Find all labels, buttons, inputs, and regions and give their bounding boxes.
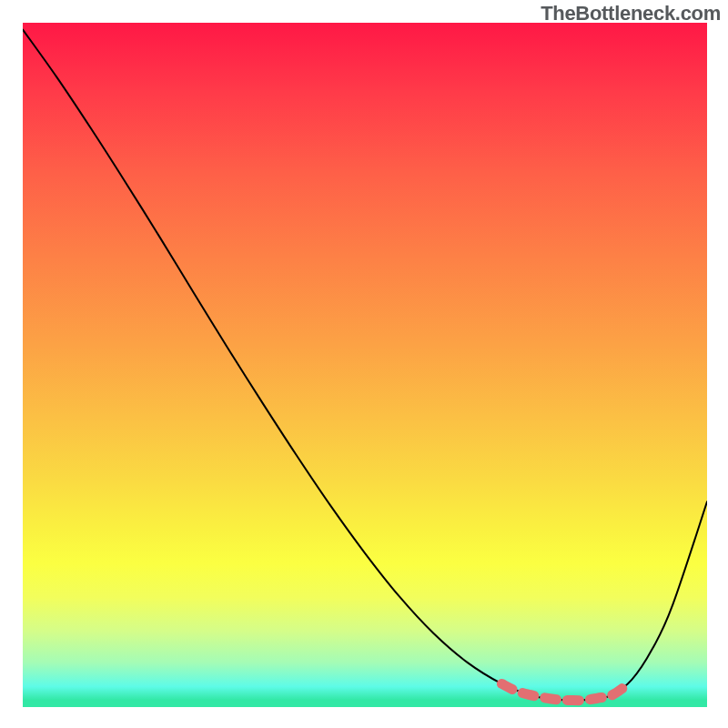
optimal-band-marker xyxy=(501,683,624,700)
curve-layer xyxy=(23,23,707,707)
chart-container: TheBottleneck.com xyxy=(0,0,728,728)
watermark-text: TheBottleneck.com xyxy=(541,2,721,25)
plot-area xyxy=(23,23,707,707)
bottleneck-curve xyxy=(23,30,707,701)
